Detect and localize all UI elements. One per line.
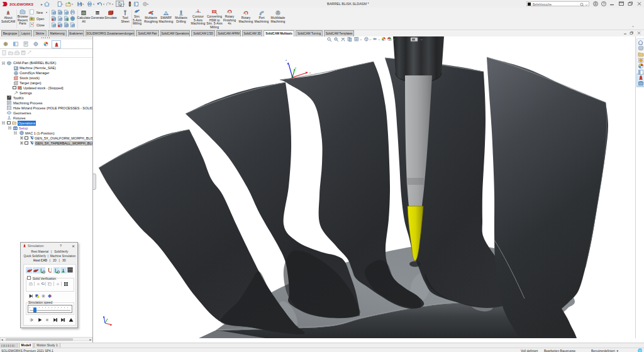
svg-text:▸: ▸ bbox=[41, 3, 43, 6]
svg-text:y: y bbox=[295, 66, 296, 69]
svg-text:?: ? bbox=[603, 2, 605, 6]
svg-text:z: z bbox=[286, 58, 287, 62]
svg-text:x: x bbox=[309, 71, 311, 74]
svg-text:SOLIDWORKS: SOLIDWORKS bbox=[9, 3, 33, 6]
